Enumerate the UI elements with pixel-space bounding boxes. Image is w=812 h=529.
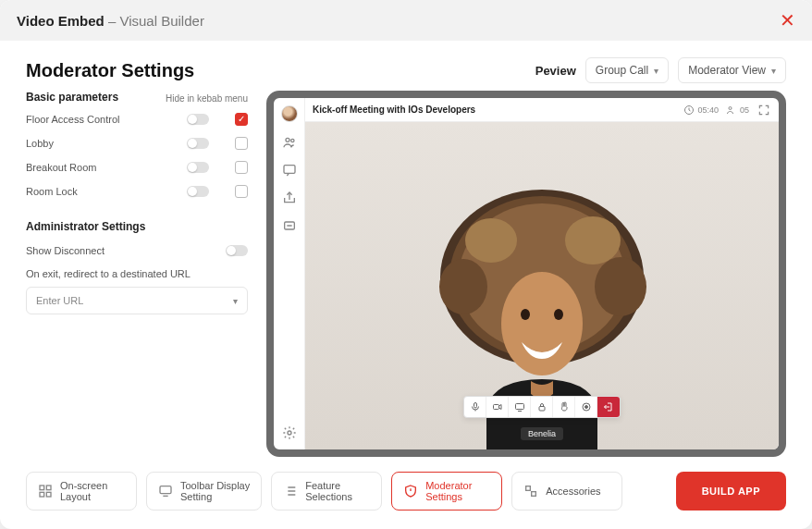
tab-moderator-settings[interactable]: Moderator Settings: [391, 472, 502, 511]
preview-mode-dropdown[interactable]: Group Call ▾: [585, 57, 669, 83]
preview-panel: Kick-off Meeting with IOs Developers 05:…: [266, 91, 786, 457]
meeting-toolbar: [463, 396, 621, 418]
tab-label: Toolbar Display Setting: [180, 480, 250, 502]
footer-tabs: On-screen Layout Toolbar Display Setting…: [0, 457, 812, 529]
svg-rect-26: [46, 492, 51, 497]
meeting-title: Kick-off Meeting with IOs Developers: [313, 105, 475, 115]
chat-icon[interactable]: [282, 163, 297, 178]
fullscreen-icon[interactable]: [757, 103, 771, 117]
raise-hand-button[interactable]: [553, 397, 575, 417]
app-name: Video Embed: [17, 13, 105, 29]
roomlock-hide-checkbox[interactable]: [235, 185, 248, 198]
svg-point-22: [584, 406, 587, 409]
live-icon[interactable]: [282, 218, 297, 233]
page-title: Moderator Settings: [26, 60, 194, 81]
preview-mode-value: Group Call: [596, 64, 648, 77]
meeting-participants: 05: [726, 105, 749, 116]
svg-point-6: [729, 106, 732, 109]
basic-parameters-heading: Basic parameters: [26, 91, 166, 104]
chevron-down-icon: ▾: [233, 296, 238, 306]
param-lobby: Lobby: [26, 131, 248, 155]
svg-rect-25: [40, 492, 44, 497]
admin-settings-section: Administrator Settings Show Disconnect O…: [26, 220, 248, 314]
svg-point-10: [465, 218, 517, 263]
meeting-participants-value: 05: [740, 105, 749, 115]
admin-settings-heading: Administrator Settings: [26, 220, 248, 233]
hide-column-heading: Hide in kebab menu: [166, 93, 248, 104]
meeting-time: 05:40: [683, 105, 719, 116]
param-breakout: Breakout Room: [26, 155, 248, 179]
meeting-top-bar: Kick-off Meeting with IOs Developers 05:…: [305, 98, 779, 122]
monitor-icon: [158, 484, 173, 498]
build-app-button[interactable]: BUILD APP: [676, 472, 786, 511]
tab-toolbar-display[interactable]: Toolbar Display Setting: [146, 472, 262, 511]
tab-on-screen-layout[interactable]: On-screen Layout: [26, 472, 137, 511]
param-roomlock: Room Lock: [26, 179, 248, 203]
param-floor-access: Floor Access Control: [26, 107, 248, 131]
svg-rect-24: [46, 486, 51, 490]
tab-label: On-screen Layout: [60, 480, 107, 502]
breakout-toggle[interactable]: [187, 162, 209, 173]
preview-label: Peview: [535, 64, 576, 78]
grid-icon: [38, 484, 53, 498]
preview-view-dropdown[interactable]: Moderator View ▾: [678, 57, 786, 83]
screen-share-button[interactable]: [509, 397, 531, 417]
title-separator: –: [105, 13, 120, 29]
svg-point-15: [521, 309, 530, 320]
preview-view-value: Moderator View: [688, 64, 766, 77]
record-button[interactable]: [575, 397, 597, 417]
basic-parameters-header: Basic parameters Hide in kebab menu: [26, 91, 248, 104]
close-button[interactable]: ✕: [780, 9, 795, 31]
param-label: Breakout Room: [26, 162, 187, 173]
lobby-hide-checkbox[interactable]: [235, 137, 248, 150]
svg-point-4: [288, 431, 291, 435]
redirect-label: On exit, redirect to a destinated URL: [26, 268, 248, 279]
svg-point-11: [565, 216, 621, 264]
tab-feature-selections[interactable]: Feature Selections: [271, 472, 382, 511]
svg-point-13: [595, 257, 646, 316]
svg-point-0: [286, 138, 289, 141]
floor-access-toggle[interactable]: [187, 114, 209, 125]
redirect-url-placeholder: Enter URL: [36, 295, 83, 306]
avatar-icon[interactable]: [281, 105, 298, 122]
chevron-down-icon: ▾: [654, 66, 658, 76]
breakout-hide-checkbox[interactable]: [235, 161, 248, 174]
svg-rect-27: [160, 486, 171, 494]
title-bar-title: Video Embed – Visual Builder: [17, 13, 204, 29]
svg-rect-23: [40, 486, 44, 490]
video-area: Benelia: [305, 122, 779, 449]
svg-rect-29: [532, 492, 536, 497]
clock-icon: [683, 105, 695, 116]
roomlock-toggle[interactable]: [187, 186, 209, 197]
device-frame: Kick-off Meeting with IOs Developers 05:…: [266, 91, 786, 457]
meeting-time-value: 05:40: [697, 105, 719, 115]
param-label: Room Lock: [26, 186, 187, 197]
svg-rect-28: [526, 486, 531, 491]
svg-rect-2: [284, 166, 295, 174]
chevron-down-icon: ▾: [771, 66, 776, 76]
tab-accessories[interactable]: Accessories: [511, 472, 622, 511]
floor-access-hide-checkbox[interactable]: [235, 113, 248, 126]
camera-button[interactable]: [486, 397, 509, 417]
tab-label: Moderator Settings: [425, 480, 472, 502]
preview-controls: Peview Group Call ▾ Moderator View ▾: [535, 57, 786, 83]
param-show-disconnect: Show Disconnect: [26, 239, 248, 263]
lobby-toggle[interactable]: [187, 138, 209, 149]
settings-gear-icon[interactable]: [282, 425, 297, 440]
participants-icon[interactable]: [282, 135, 297, 150]
share-icon[interactable]: [282, 191, 297, 205]
page-header: Moderator Settings Peview Group Call ▾ M…: [0, 41, 812, 91]
svg-point-12: [439, 259, 487, 314]
mic-button[interactable]: [464, 397, 486, 417]
app-window: Video Embed – Visual Builder ✕ Moderator…: [0, 0, 812, 529]
svg-rect-17: [474, 403, 476, 409]
lock-button[interactable]: [531, 397, 553, 417]
show-disconnect-toggle[interactable]: [226, 245, 248, 256]
svg-rect-20: [539, 407, 545, 412]
redirect-url-select[interactable]: Enter URL ▾: [26, 287, 248, 314]
leave-button[interactable]: [597, 397, 620, 417]
content-area: Basic parameters Hide in kebab menu Floo…: [0, 91, 812, 457]
svg-point-1: [290, 139, 293, 141]
svg-rect-18: [493, 405, 498, 410]
meeting-main: Kick-off Meeting with IOs Developers 05:…: [305, 98, 779, 449]
